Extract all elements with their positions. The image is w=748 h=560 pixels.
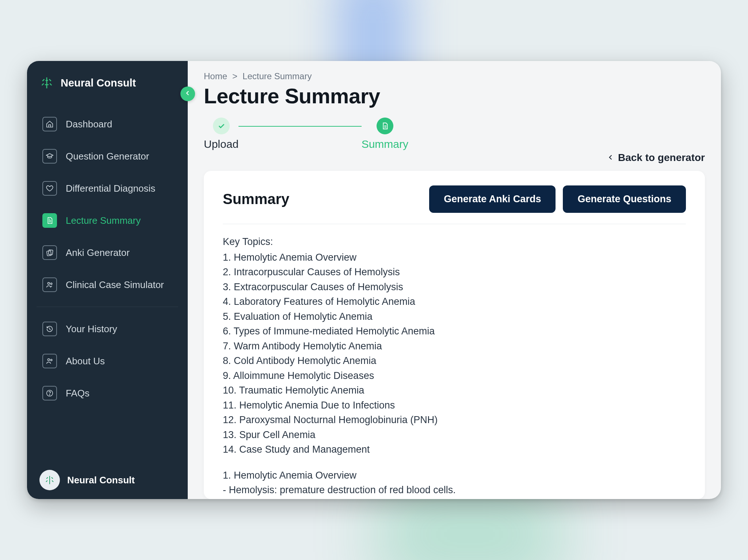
svg-point-3 [50,283,52,284]
app-frame: Neural Consult Dashboard Question Genera… [27,61,721,499]
chevron-left-icon [184,90,191,98]
sidebar-item-label: Dashboard [66,119,112,130]
cards-icon [42,245,57,260]
sidebar-item-anki-generator[interactable]: Anki Generator [39,239,175,266]
topic-item: 4. Laboratory Features of Hemolytic Anem… [223,294,686,309]
sidebar-collapse-button[interactable] [180,87,195,101]
card-header: Summary Generate Anki Cards Generate Que… [223,185,686,224]
help-icon [42,386,57,400]
topic-item: 6. Types of Immune-mediated Hemolytic An… [223,324,686,339]
people-icon [42,354,57,368]
sidebar-item-label: FAQs [66,388,89,399]
sidebar-item-faqs[interactable]: FAQs [39,379,175,407]
topic-item: 7. Warm Antibody Hemolytic Anemia [223,339,686,354]
summary-body: Key Topics: 1. Hemolytic Anemia Overview… [223,234,686,498]
sidebar-footer: Neural Consult [39,465,175,492]
page-title: Lecture Summary [204,84,705,108]
sidebar-item-your-history[interactable]: Your History [39,315,175,343]
topic-item: 12. Paroxysmal Nocturnal Hemoglobinuria … [223,413,686,427]
primary-nav: Dashboard Question Generator Differentia… [39,110,175,299]
footer-logo-badge [39,470,60,490]
svg-point-4 [48,359,50,361]
card-actions: Generate Anki Cards Generate Questions [429,185,686,213]
sidebar-item-label: Question Generator [66,151,149,162]
sidebar-item-question-generator[interactable]: Question Generator [39,142,175,170]
sidebar-item-label: Anki Generator [66,247,130,258]
card-title: Summary [223,191,289,207]
breadcrumb: Home > Lecture Summary [204,71,705,81]
step-label: Summary [362,138,408,150]
topic-item: 10. Traumatic Hemolytic Anemia [223,383,686,398]
generate-questions-button[interactable]: Generate Questions [563,185,686,213]
key-topics-heading: Key Topics: [223,234,686,249]
svg-point-2 [48,283,50,285]
sidebar: Neural Consult Dashboard Question Genera… [27,61,188,499]
sidebar-item-label: Clinical Case Simulator [66,279,164,291]
footer-brand-name: Neural Consult [67,475,135,486]
topic-item: 1. Hemolytic Anemia Overview [223,250,686,265]
step-upload: Upload [204,118,238,150]
key-topics-list: 1. Hemolytic Anemia Overview2. Intracorp… [223,250,686,457]
sidebar-item-clinical-case-simulator[interactable]: Clinical Case Simulator [39,271,175,299]
sidebar-item-label: Your History [66,323,117,335]
generate-anki-button[interactable]: Generate Anki Cards [429,185,556,213]
file-icon [377,118,393,134]
step-connector [238,126,362,127]
grad-cap-icon [42,149,57,164]
topic-item: 11. Hemolytic Anemia Due to Infections [223,398,686,413]
section-1-bullet: - Hemolysis: premature destruction of re… [223,483,686,498]
chevron-left-icon [607,152,614,164]
sidebar-item-label: Differential Diagnosis [66,183,155,194]
sidebar-item-differential-diagnosis[interactable]: Differential Diagnosis [39,174,175,202]
main-content: Home > Lecture Summary Lecture Summary U… [188,61,721,499]
breadcrumb-current: Lecture Summary [243,71,312,81]
topic-item: 3. Extracorpuscular Causes of Hemolysis [223,280,686,295]
neural-logo-icon [39,76,54,90]
topic-item: 2. Intracorpuscular Causes of Hemolysis [223,265,686,280]
svg-point-7 [49,395,50,395]
brand: Neural Consult [39,76,175,90]
step-summary: Summary [362,118,408,150]
breadcrumb-separator: > [232,71,237,81]
sidebar-item-lecture-summary[interactable]: Lecture Summary [39,207,175,234]
svg-point-5 [50,359,52,361]
topic-item: 5. Evaluation of Hemolytic Anemia [223,309,686,324]
heart-icon [42,181,57,196]
topic-item: 13. Spur Cell Anemia [223,427,686,442]
section-1-title: 1. Hemolytic Anemia Overview [223,468,686,483]
topic-item: 8. Cold Antibody Hemolytic Anemia [223,353,686,368]
back-to-generator-link[interactable]: Back to generator [607,152,705,164]
sidebar-item-dashboard[interactable]: Dashboard [39,110,175,138]
topic-item: 9. Alloimmune Hemolytic Diseases [223,368,686,383]
people-icon [42,277,57,292]
home-icon [42,117,57,131]
summary-card: Summary Generate Anki Cards Generate Que… [204,171,705,499]
topic-item: 14. Case Study and Management [223,442,686,457]
brand-name: Neural Consult [61,77,136,89]
step-label: Upload [204,138,238,150]
sidebar-item-label: Lecture Summary [66,215,141,226]
check-icon [213,118,230,134]
secondary-nav: Your History About Us FAQs [39,315,175,407]
file-icon [42,213,57,228]
sidebar-item-label: About Us [66,356,105,367]
history-icon [42,322,57,336]
back-link-label: Back to generator [618,152,705,164]
sidebar-divider [37,307,178,307]
breadcrumb-home[interactable]: Home [204,71,227,81]
stepper: Upload Summary [204,118,408,150]
sidebar-item-about-us[interactable]: About Us [39,347,175,375]
